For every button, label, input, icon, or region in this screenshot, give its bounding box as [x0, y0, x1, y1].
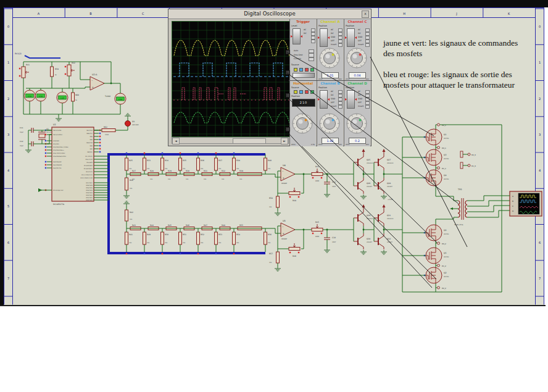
label: RD0/PSP0 [86, 199, 93, 201]
coupling-buttons[interactable]: ACDCGNDOFFInvert [358, 90, 370, 108]
label: C12 [20, 140, 23, 143]
pot-body [22, 67, 25, 78]
channel-connector[interactable] [286, 50, 290, 54]
pin-state-dot [45, 140, 46, 141]
pin-state-dot [312, 233, 313, 234]
label: Q30 [367, 238, 370, 240]
pin-state-dot [65, 66, 66, 67]
label: RB7/PGD [86, 130, 93, 131]
ground-symbol [324, 248, 330, 252]
oscilloscope-window[interactable]: Digital Oscilloscope x ◄► TriggerLevelAC… [168, 9, 372, 146]
channel-connector[interactable] [286, 70, 290, 75]
range-low: 2mV [346, 143, 349, 146]
knob[interactable] [319, 48, 340, 69]
ruler-row-label: 2 [7, 97, 9, 101]
pin-state-dot [180, 152, 181, 154]
label: 10nF [332, 241, 336, 243]
label: 2N2222A [387, 218, 394, 220]
ground-symbol [123, 194, 130, 198]
knob[interactable] [292, 113, 313, 134]
ground-symbol [125, 114, 131, 118]
level-slider[interactable] [293, 28, 301, 44]
range-low: 2mV [318, 143, 322, 146]
label: RA4/T0CKI/C1OUT [53, 152, 65, 154]
source-select-dots[interactable] [294, 68, 314, 72]
ground-symbol [360, 250, 367, 254]
ground-symbol [360, 194, 367, 199]
knob-pointer [332, 54, 334, 56]
probe-pin-label: D [512, 210, 513, 212]
small-part [460, 151, 463, 157]
resistor-body [143, 158, 146, 170]
pin-state-dot [99, 133, 101, 134]
terminal-icon [438, 286, 440, 289]
label: R26 [130, 179, 133, 181]
label: IRF250 [444, 138, 449, 140]
label: LED-RED [132, 124, 139, 126]
ground-symbol [324, 193, 330, 197]
label: 5k [75, 99, 78, 101]
label: MCLR/Vpp/THV [53, 190, 64, 191]
trigger-coupling[interactable]: ACDC [304, 28, 316, 43]
probe-pin-label: C [512, 205, 513, 207]
label: Q27 [387, 159, 391, 161]
oscilloscope-titlebar[interactable]: Digital Oscilloscope x [168, 9, 371, 19]
pin-state-dot [45, 152, 46, 154]
pin-state-dot [215, 253, 217, 254]
resistor-body [125, 178, 128, 190]
knob[interactable] [346, 48, 367, 69]
source-select-dots[interactable] [294, 90, 314, 94]
label: RV5 [315, 221, 319, 223]
position-slider[interactable] [347, 90, 355, 109]
label: R57 [269, 252, 273, 255]
position-slider[interactable] [320, 90, 328, 109]
label: 20k [201, 242, 204, 244]
resistor-body [179, 232, 182, 244]
knob[interactable] [346, 113, 367, 134]
scroll-left-icon[interactable]: ◄ [172, 138, 180, 144]
label: R53 [218, 233, 222, 236]
terminal-icon [468, 153, 470, 156]
horizontal-position-display: 210 [292, 99, 315, 107]
position-label: Position [346, 86, 354, 89]
position-slider[interactable] [347, 28, 355, 47]
coupling-buttons[interactable]: ACDCGNDOFFInvert [331, 90, 343, 108]
channel-title: Channel A [317, 20, 343, 23]
coupling-buttons[interactable]: ACDCGNDOFFInvert [358, 28, 370, 46]
label: U4 [283, 164, 286, 167]
coupling-buttons[interactable]: ACDCGNDOFFInvert [331, 28, 343, 46]
pin-state-dot [19, 75, 20, 77]
label: 20pF [20, 131, 24, 133]
label: RD4/PSP4 [86, 190, 93, 191]
knob-pointer [332, 119, 334, 122]
pin-state-dot [99, 136, 101, 137]
label: RA2/AN2/VREF-/CVREF [53, 146, 68, 148]
label: R43 [132, 224, 136, 227]
pot-wiper [293, 243, 296, 247]
scroll-thumb[interactable] [233, 138, 266, 144]
ground-symbol [381, 250, 387, 254]
label: TRAN-2P3S [454, 224, 463, 226]
position-slider[interactable] [320, 28, 328, 47]
close-icon[interactable]: x [362, 10, 369, 18]
resistor-body [125, 232, 128, 244]
range-high: 0.5s [311, 143, 315, 146]
label: 10k [239, 178, 243, 180]
scope-grid [172, 22, 289, 136]
trigger-slider[interactable] [293, 73, 315, 78]
trigger-mode-buttons[interactable]: AutoOne-ShotCursors [294, 49, 315, 61]
label: R45 [168, 224, 172, 227]
scroll-right-icon[interactable]: ► [281, 138, 288, 144]
label: R49 [147, 233, 151, 236]
channel-connector[interactable] [286, 127, 290, 131]
knob[interactable] [319, 113, 340, 134]
label: + [25, 91, 27, 93]
channel-connector[interactable] [286, 93, 290, 98]
power-arrow-head [383, 204, 386, 207]
label: R34 [165, 159, 168, 162]
scope-horizontal-scrollbar[interactable]: ◄► [172, 137, 289, 144]
pin-state-dot [99, 139, 101, 140]
ruler-row-label: 5 [7, 204, 9, 208]
ruler-row-label: 4 [539, 169, 541, 172]
ruler-row-label: 0 [7, 25, 9, 28]
